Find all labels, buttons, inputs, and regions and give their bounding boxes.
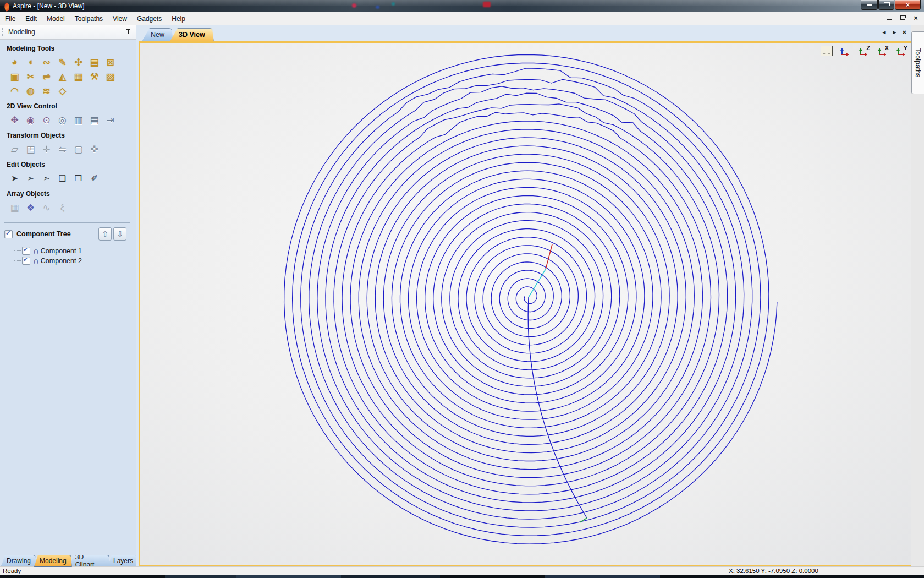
gadgets-menu[interactable]: Gadgets bbox=[132, 13, 167, 24]
create-shape-icon[interactable]: ◕ bbox=[7, 55, 23, 69]
clear-section-icon[interactable]: ⊠ bbox=[102, 55, 118, 69]
dock-view-icon[interactable]: ⇥ bbox=[102, 113, 118, 127]
group-objects-icon[interactable]: ❑ bbox=[54, 171, 70, 186]
restore-button[interactable] bbox=[878, 0, 894, 10]
top-view-z-icon[interactable]: Z bbox=[857, 45, 870, 56]
dome-shape-icon[interactable]: ◠ bbox=[7, 84, 23, 98]
mirror-object-icon[interactable]: ⇋ bbox=[54, 142, 70, 156]
import-component-icon[interactable]: ▤ bbox=[86, 55, 102, 69]
trim-model-icon[interactable]: ✂ bbox=[23, 69, 38, 84]
close-button[interactable]: × bbox=[895, 0, 921, 10]
view-menu[interactable]: View bbox=[108, 13, 132, 24]
help-menu[interactable]: Help bbox=[167, 13, 190, 24]
doc-minimize-button[interactable] bbox=[886, 14, 893, 21]
tree-branch-line bbox=[14, 260, 21, 261]
copy-along-vector-icon[interactable]: ∿ bbox=[38, 200, 54, 215]
ungroup-objects-icon[interactable]: ❒ bbox=[70, 171, 86, 186]
new-view-tab[interactable]: New bbox=[142, 28, 173, 41]
status-bar: Ready X: 32.6150 Y: -7.0950 Z: 0.0000 bbox=[0, 566, 924, 575]
component-visibility-checkbox[interactable] bbox=[22, 247, 30, 255]
3d-clipart-tab[interactable]: 3D Clipart bbox=[70, 555, 110, 567]
add-clipart-icon[interactable]: ✣ bbox=[70, 55, 86, 69]
circular-array-icon[interactable]: ❖ bbox=[23, 200, 38, 215]
measure-tool-icon[interactable]: ✐ bbox=[86, 171, 102, 186]
tree-item[interactable]: ∩ Component 1 bbox=[14, 247, 136, 255]
component-icon: ∩ bbox=[33, 258, 39, 264]
pan-view-icon[interactable]: ✥ bbox=[7, 113, 23, 127]
component-tree-checkbox[interactable] bbox=[4, 230, 13, 238]
isometric-view-icon[interactable] bbox=[838, 45, 851, 56]
frame-relief-icon[interactable]: ▦ bbox=[70, 69, 86, 84]
sculpt-model-icon[interactable]: ⚒ bbox=[86, 69, 102, 84]
zoom-previous-icon[interactable]: ◎ bbox=[54, 113, 70, 127]
edit-menu[interactable]: Edit bbox=[20, 13, 42, 24]
taskbar-item[interactable] bbox=[341, 575, 440, 578]
zoom-extents-icon[interactable] bbox=[821, 46, 833, 56]
taskbar-item[interactable] bbox=[237, 575, 341, 578]
select-tool-icon[interactable]: ➤ bbox=[7, 171, 23, 186]
stack-slices-icon[interactable]: ≋ bbox=[38, 84, 54, 98]
toolpaths-menu[interactable]: Toolpaths bbox=[70, 13, 108, 24]
scale-object-icon[interactable]: ◳ bbox=[23, 142, 38, 156]
tile-windows-icon[interactable]: ▤ bbox=[86, 113, 102, 127]
side-view-x-icon[interactable]: X bbox=[876, 45, 889, 56]
profile-shape-icon[interactable]: ◍ bbox=[23, 84, 38, 98]
view-tab-bar: New 3D View ◄ ► × bbox=[136, 25, 924, 41]
doc-close-button[interactable]: × bbox=[912, 14, 920, 21]
titlebar-gloss bbox=[0, 0, 924, 6]
zoom-selection-icon[interactable]: ◉ bbox=[23, 113, 38, 127]
zoom-window-icon[interactable]: ⊙ bbox=[38, 113, 54, 127]
two-rail-sweep-icon[interactable]: ◖ bbox=[23, 55, 38, 69]
section-title-modeling-tools: Modeling Tools bbox=[7, 45, 136, 52]
component-label[interactable]: Component 2 bbox=[41, 257, 82, 265]
layers-tab[interactable]: Layers bbox=[108, 555, 139, 567]
window-controls: × bbox=[860, 0, 921, 10]
minimize-button[interactable] bbox=[861, 0, 878, 10]
move-down-button[interactable]: ⇩ bbox=[113, 227, 127, 241]
move-up-button[interactable]: ⇧ bbox=[98, 227, 112, 241]
panel-grip-handle[interactable] bbox=[2, 28, 5, 36]
texture-model-icon[interactable]: ▨ bbox=[102, 69, 118, 84]
extrude-sweep-icon[interactable]: ∾ bbox=[38, 55, 54, 69]
file-menu[interactable]: File bbox=[0, 13, 20, 24]
next-tab-button[interactable]: ► bbox=[892, 29, 898, 35]
menu-items: File Edit Model Toolpaths View Gadgets H… bbox=[0, 13, 190, 24]
set-position-icon[interactable]: ✛ bbox=[38, 142, 54, 156]
model-menu[interactable]: Model bbox=[42, 13, 70, 24]
pin-icon[interactable] bbox=[125, 29, 131, 35]
tree-branch-line bbox=[14, 250, 21, 251]
move-selection-tool-icon[interactable]: ➣ bbox=[38, 171, 54, 186]
zigzag-array-icon[interactable]: ξ bbox=[54, 200, 70, 215]
component-visibility-checkbox[interactable] bbox=[22, 257, 30, 265]
smooth-model-icon[interactable]: ◭ bbox=[54, 69, 70, 84]
panel-body: Modeling Tools ◕◖∾✎✣▤⊠▣✂⇌◭▦⚒▨◠◍≋◇ 2D Vie… bbox=[0, 39, 136, 552]
modeling-tab[interactable]: Modeling bbox=[34, 555, 72, 567]
align-center-icon[interactable]: ✜ bbox=[86, 142, 102, 156]
toolpaths-tab[interactable]: Toolpaths bbox=[911, 31, 924, 94]
3d-view-view-tab[interactable]: 3D View bbox=[170, 28, 214, 41]
keep-section-icon[interactable]: ▣ bbox=[7, 69, 23, 84]
view-tab-label: New bbox=[151, 31, 164, 39]
component-tree-header: Component Tree ⇧ ⇩ bbox=[4, 227, 134, 241]
snapshot-view-icon[interactable]: ▥ bbox=[70, 113, 86, 127]
node-edit-tool-icon[interactable]: ➢ bbox=[23, 171, 38, 186]
front-view-y-icon[interactable]: Y bbox=[894, 45, 908, 56]
distort-object-icon[interactable]: ▢ bbox=[70, 142, 86, 156]
move-object-icon[interactable]: ▱ bbox=[7, 142, 23, 156]
create-texture-icon[interactable]: ✎ bbox=[54, 55, 70, 69]
taskbar-item[interactable] bbox=[544, 575, 660, 578]
taskbar-item[interactable] bbox=[165, 575, 237, 578]
mesh-wireframe-icon[interactable]: ◇ bbox=[54, 84, 70, 98]
offset-model-icon[interactable]: ⇌ bbox=[38, 69, 54, 84]
doc-restore-button[interactable] bbox=[899, 14, 906, 21]
prev-tab-button[interactable]: ◄ bbox=[882, 29, 887, 35]
drawing-tab[interactable]: Drawing bbox=[1, 555, 36, 567]
desktop-peek-dot bbox=[392, 2, 395, 6]
title-bar[interactable]: Aspire - [New - 3D View] × bbox=[0, 0, 924, 12]
tree-item[interactable]: ∩ Component 2 bbox=[14, 257, 136, 265]
grid-array-icon[interactable]: ▦ bbox=[7, 200, 23, 215]
close-tab-button[interactable]: × bbox=[902, 28, 906, 36]
3d-view-canvas[interactable]: Z X Y bbox=[140, 43, 913, 565]
panel-header: Modeling bbox=[0, 25, 136, 40]
component-label[interactable]: Component 1 bbox=[41, 247, 82, 255]
